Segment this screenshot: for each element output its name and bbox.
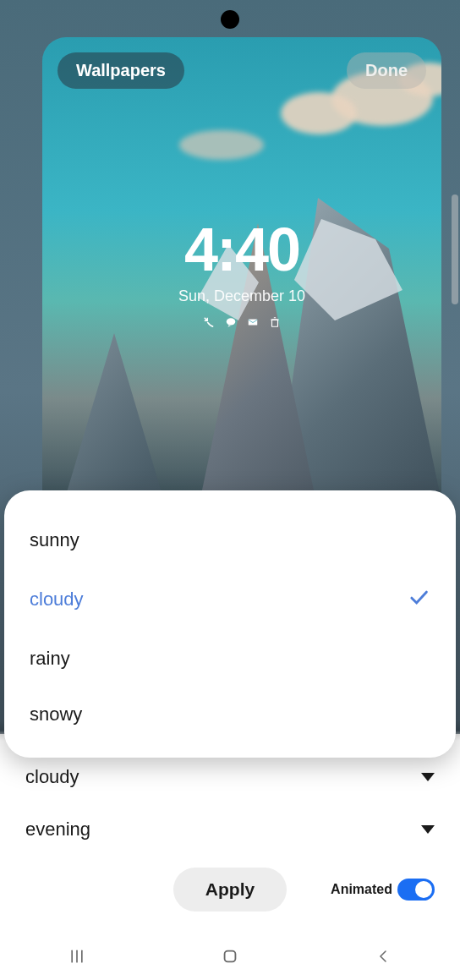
animated-label: Animated: [331, 882, 392, 897]
trash-icon: [268, 315, 282, 329]
svg-rect-2: [272, 320, 278, 326]
mail-icon: [246, 315, 260, 329]
dropdown-value: evening: [25, 818, 90, 840]
time-of-day-dropdown[interactable]: evening: [25, 803, 435, 856]
weather-dropdown[interactable]: cloudy: [25, 751, 435, 803]
missed-call-icon: [202, 315, 216, 329]
option-snowy[interactable]: snowy: [30, 687, 430, 742]
done-button[interactable]: Done: [347, 52, 426, 89]
option-label: sunny: [30, 529, 79, 551]
home-button[interactable]: [205, 939, 255, 973]
clock-time: 4:40: [42, 215, 441, 284]
svg-point-0: [227, 318, 236, 325]
apply-button[interactable]: Apply: [173, 868, 287, 912]
option-label: rainy: [30, 648, 70, 670]
camera-cutout: [221, 10, 239, 29]
svg-rect-6: [225, 951, 236, 962]
message-icon: [224, 315, 238, 329]
wallpapers-button[interactable]: Wallpapers: [58, 52, 184, 89]
scrollbar[interactable]: [452, 194, 458, 304]
option-rainy[interactable]: rainy: [30, 631, 430, 687]
clock-date: Sun, December 10: [42, 287, 441, 305]
notification-icons-row: [42, 315, 441, 329]
back-button[interactable]: [358, 939, 408, 973]
chevron-down-icon: [421, 773, 435, 781]
option-label: cloudy: [30, 589, 84, 610]
navigation-bar: [0, 933, 460, 980]
settings-panel: cloudy evening Apply Animated: [0, 734, 460, 980]
chevron-down-icon: [421, 825, 435, 834]
recents-button[interactable]: [52, 939, 102, 973]
svg-rect-1: [249, 320, 258, 326]
dropdown-value: cloudy: [25, 766, 79, 788]
option-cloudy[interactable]: cloudy: [30, 568, 430, 631]
weather-options-popup: sunny cloudy rainy snowy: [4, 490, 456, 758]
option-label: snowy: [30, 704, 82, 725]
check-icon: [407, 585, 430, 614]
animated-toggle[interactable]: [397, 879, 435, 901]
option-sunny[interactable]: sunny: [30, 512, 430, 568]
lockscreen-clock: 4:40 Sun, December 10: [42, 215, 441, 329]
